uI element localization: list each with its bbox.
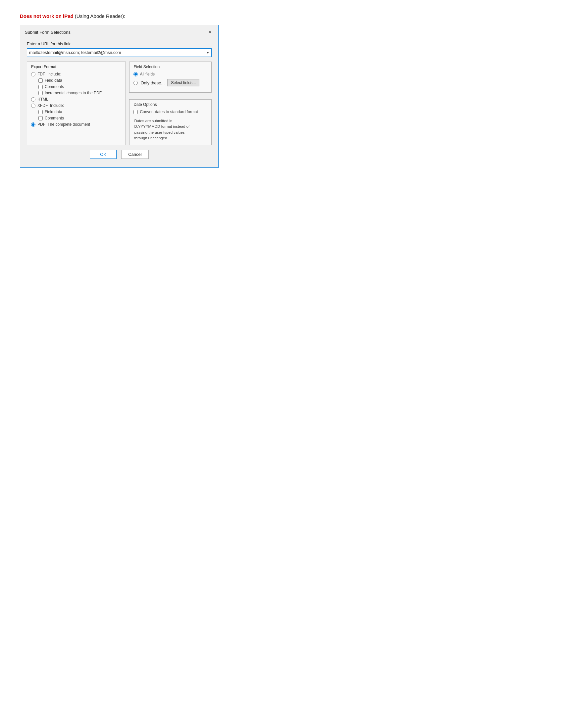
dialog-body: Enter a URL for this link: ▾ Export Form… — [20, 38, 218, 167]
dialog: Submit Form Selections × Enter a URL for… — [20, 25, 218, 168]
radio-html[interactable]: HTML — [31, 97, 121, 102]
check-field-data-fdf[interactable]: Field data — [31, 78, 121, 83]
export-format-title: Export Format — [31, 65, 121, 69]
comments-fdf-label: Comments — [45, 84, 64, 89]
radio-xfdf[interactable]: XFDF Include: — [31, 103, 121, 108]
heading-normal: (Using Abode Reader): — [73, 13, 125, 19]
date-note: Dates are submitted in D:YYYYMMDD format… — [133, 118, 207, 141]
heading-bold: Does not work on iPad — [20, 13, 73, 19]
xfdf-radio[interactable] — [31, 104, 35, 108]
check-comments-fdf[interactable]: Comments — [31, 84, 121, 89]
field-selection-title: Field Selection — [133, 65, 207, 69]
two-column-section: Export Format FDF Include: Field data Co… — [27, 62, 211, 145]
export-format-section: Export Format FDF Include: Field data Co… — [27, 62, 126, 145]
dialog-title: Submit Form Selections — [25, 30, 70, 35]
radio-all-fields[interactable]: All fields — [133, 72, 207, 76]
comments-xfdf-checkbox[interactable] — [38, 116, 43, 120]
html-label: HTML — [37, 97, 48, 102]
date-options-section: Date Options Convert dates to standard f… — [129, 99, 211, 145]
fdf-label: FDF Include: — [37, 72, 61, 76]
ok-button[interactable]: OK — [90, 150, 117, 159]
convert-dates-row[interactable]: Convert dates to standard format — [133, 110, 207, 114]
dialog-titlebar: Submit Form Selections × — [20, 25, 218, 38]
page-heading: Does not work on iPad (Using Abode Reade… — [20, 13, 543, 19]
pdf-radio[interactable] — [31, 122, 35, 127]
only-these-label: Only these... — [140, 80, 164, 85]
url-dropdown-button[interactable]: ▾ — [204, 48, 211, 57]
field-data-xfdf-label: Field data — [45, 110, 62, 114]
dialog-buttons: OK Cancel — [27, 145, 211, 163]
select-fields-button[interactable]: Select fields... — [167, 79, 199, 86]
check-field-data-xfdf[interactable]: Field data — [31, 110, 121, 114]
right-column: Field Selection All fields Only these...… — [129, 62, 211, 145]
fdf-radio[interactable] — [31, 72, 35, 76]
url-input-row: ▾ — [27, 48, 211, 57]
pdf-label: PDF The complete document — [37, 122, 90, 127]
all-fields-label: All fields — [140, 72, 155, 76]
check-comments-xfdf[interactable]: Comments — [31, 116, 121, 120]
html-radio[interactable] — [31, 97, 35, 102]
field-data-fdf-label: Field data — [45, 78, 62, 83]
convert-dates-checkbox[interactable] — [133, 110, 138, 114]
comments-xfdf-label: Comments — [45, 116, 64, 120]
only-these-radio[interactable] — [133, 81, 138, 85]
convert-dates-label: Convert dates to standard format — [140, 110, 198, 114]
all-fields-radio[interactable] — [133, 72, 138, 76]
field-data-xfdf-checkbox[interactable] — [38, 110, 43, 114]
incremental-label: Incremental changes to the PDF — [45, 91, 102, 95]
check-incremental[interactable]: Incremental changes to the PDF — [31, 91, 121, 95]
chevron-down-icon: ▾ — [207, 51, 209, 55]
cancel-button[interactable]: Cancel — [121, 150, 148, 159]
url-input[interactable] — [27, 48, 204, 57]
url-label: Enter a URL for this link: — [27, 42, 211, 46]
field-data-fdf-checkbox[interactable] — [38, 78, 43, 83]
only-these-row: Only these... Select fields... — [133, 79, 207, 86]
radio-fdf[interactable]: FDF Include: — [31, 72, 121, 76]
incremental-checkbox[interactable] — [38, 91, 43, 95]
radio-pdf[interactable]: PDF The complete document — [31, 122, 121, 127]
comments-fdf-checkbox[interactable] — [38, 85, 43, 89]
date-options-title: Date Options — [133, 102, 207, 107]
close-button[interactable]: × — [206, 28, 213, 36]
field-selection-section: Field Selection All fields Only these...… — [129, 62, 211, 93]
xfdf-label: XFDF Include: — [37, 103, 64, 108]
